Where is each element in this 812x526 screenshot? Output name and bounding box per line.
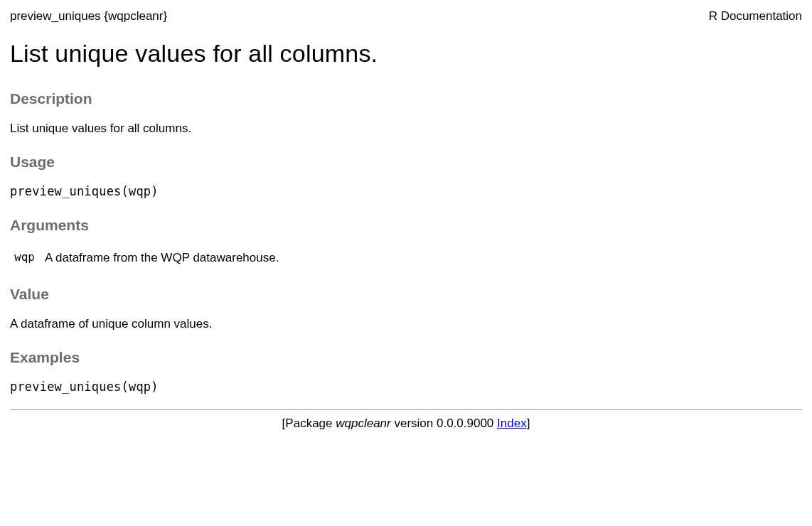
section-heading-examples: Examples: [10, 346, 802, 369]
footer: [Package wqpcleanr version 0.0.0.9000 In…: [10, 414, 802, 433]
arguments-table: wqp A dataframe from the WQP datawarehou…: [10, 246, 284, 270]
footer-package-name: wqpcleanr: [336, 417, 391, 430]
description-text: List unique values for all columns.: [10, 119, 802, 138]
value-text: A dataframe of unique column values.: [10, 315, 802, 333]
section-heading-usage: Usage: [10, 151, 802, 173]
topic-package: preview_uniques {wqpcleanr}: [10, 7, 167, 26]
footer-suffix: ]: [527, 417, 530, 430]
doc-type-label: R Documentation: [709, 7, 802, 26]
argument-description: A dataframe from the WQP datawarehouse.: [45, 246, 284, 270]
doc-header: preview_uniques {wqpcleanr} R Documentat…: [10, 7, 802, 26]
footer-index-link[interactable]: Index: [497, 417, 527, 430]
argument-name: wqp: [10, 246, 45, 270]
usage-code: preview_uniques(wqp): [10, 183, 802, 201]
section-heading-arguments: Arguments: [10, 214, 802, 237]
footer-version: version 0.0.0.9000: [391, 417, 497, 430]
examples-code: preview_uniques(wqp): [10, 378, 802, 397]
argument-row: wqp A dataframe from the WQP datawarehou…: [10, 246, 284, 270]
section-heading-description: Description: [10, 87, 802, 110]
section-heading-value: Value: [10, 283, 802, 306]
footer-divider: [10, 409, 802, 410]
footer-prefix: [Package: [282, 417, 336, 430]
page-title: List unique values for all columns.: [10, 36, 802, 72]
